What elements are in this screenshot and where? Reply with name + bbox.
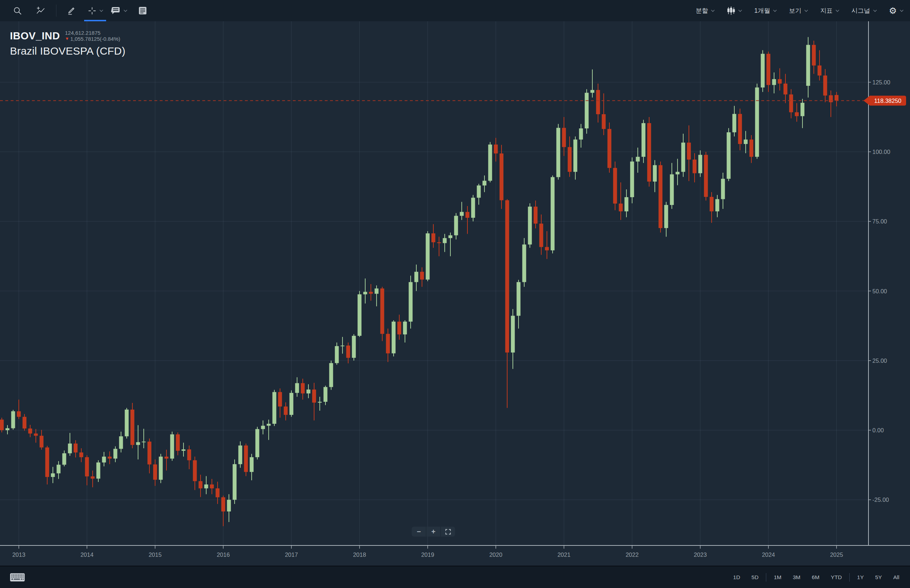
tool-group-left: [0, 0, 154, 21]
menu-signals[interactable]: 시그널: [852, 6, 877, 15]
candlestick-chart-icon: [727, 6, 735, 15]
price-tick-label: 0.00: [873, 427, 884, 433]
range-divider: [766, 573, 766, 582]
annotation-bubble-icon: [110, 6, 121, 16]
candle-2014-09: [131, 403, 134, 448]
zoom-in-button[interactable]: +: [426, 527, 440, 536]
menu-view[interactable]: 보기: [789, 6, 808, 15]
price-tick-label: 50.00: [873, 288, 887, 294]
list-panel-icon: [138, 6, 147, 16]
candle-2015-02: [159, 454, 163, 483]
candle-2022-01: [630, 157, 634, 204]
down-arrow-icon: ▼: [65, 36, 69, 42]
chevron-down-icon: [773, 10, 777, 12]
candle-2021-09: [607, 123, 612, 173]
range-1d[interactable]: 1D: [727, 572, 746, 583]
candle-2018-05: [381, 287, 384, 341]
candle-2021-05: [585, 89, 589, 134]
bottom-toolbar: 1D 5D 1M 3M 6M YTD 1Y 5Y All: [0, 565, 910, 588]
candle-2020-12: [557, 124, 560, 180]
crosshair-tool-button[interactable]: [83, 0, 107, 21]
search-icon: [13, 6, 23, 16]
chart-area[interactable]: 125.00100.0075.0050.0025.000.00-25.00201…: [0, 21, 910, 565]
candle-2021-10: [613, 162, 617, 210]
ticker-change: ▼1,055.78125(-0.84%): [65, 36, 120, 42]
time-tick-label: 2013: [13, 551, 26, 558]
menu-split-label: 분할: [696, 6, 708, 15]
time-tick-label: 2019: [421, 551, 434, 558]
candle-2023-11: [755, 84, 759, 159]
price-tick-label: 100.00: [873, 149, 890, 155]
crosshair-icon: [87, 6, 97, 16]
fullscreen-button[interactable]: [441, 527, 455, 536]
ticker-price-block: 124,612.21875 ▼1,055.78125(-0.84%): [65, 30, 120, 42]
candle-2016-03: [233, 459, 237, 504]
candle-2019-01: [426, 231, 430, 281]
time-tick-label: 2014: [81, 551, 94, 558]
draw-tool-button[interactable]: [60, 0, 83, 21]
candle-2019-12: [488, 142, 492, 183]
keyboard-shortcuts-button[interactable]: [0, 573, 25, 582]
menu-indicators[interactable]: 지표: [820, 6, 839, 15]
candle-2023-06: [727, 128, 731, 181]
chevron-down-icon: [873, 10, 877, 12]
candle-2020-07: [528, 203, 532, 248]
chevron-down-icon: [738, 10, 742, 12]
top-toolbar: 분할 1개월 보기: [0, 0, 910, 21]
range-all[interactable]: All: [887, 572, 905, 583]
compare-symbol-button[interactable]: [29, 0, 52, 21]
time-tick-label: 2017: [285, 551, 298, 558]
time-tick-label: 2025: [830, 551, 843, 558]
menu-settings[interactable]: ⚙: [889, 6, 904, 15]
candle-2017-08: [329, 361, 333, 390]
menu-interval-label: 1개월: [754, 6, 770, 15]
candle-2016-05: [244, 444, 248, 476]
time-tick-label: 2023: [694, 551, 707, 558]
search-button[interactable]: [6, 0, 29, 21]
annotation-tool-button[interactable]: [107, 0, 131, 21]
menu-chart-type[interactable]: [727, 6, 742, 15]
candle-2017-01: [290, 391, 293, 417]
time-tick-label: 2020: [489, 551, 502, 558]
range-5y[interactable]: 5Y: [870, 572, 887, 583]
candle-2023-02: [704, 152, 708, 200]
keyboard-icon: [10, 573, 25, 582]
toolbar-divider: [56, 5, 57, 17]
price-tick-label: 75.00: [873, 218, 887, 225]
time-tick-label: 2018: [353, 551, 366, 558]
zoom-out-button[interactable]: −: [412, 527, 426, 536]
candle-2018-07: [392, 320, 396, 356]
candle-2022-06: [659, 162, 662, 232]
candle-2017-12: [352, 334, 356, 361]
tool-group-right: 분할 1개월 보기: [696, 0, 910, 21]
candle-2018-10: [409, 276, 413, 328]
candle-2014-08: [125, 408, 129, 438]
candle-2020-11: [551, 176, 555, 254]
gear-icon: ⚙: [889, 6, 897, 15]
charting-app: 분할 1개월 보기: [0, 0, 910, 588]
candle-2020-02: [500, 145, 504, 209]
range-1m[interactable]: 1M: [768, 572, 787, 583]
candle-2020-06: [523, 238, 526, 286]
candle-2015-04: [170, 431, 174, 461]
menu-signals-label: 시그널: [852, 6, 870, 15]
menu-split[interactable]: 분할: [696, 6, 715, 15]
candle-2012-12: [11, 410, 15, 430]
range-5d[interactable]: 5D: [746, 572, 764, 583]
range-1y[interactable]: 1Y: [852, 572, 870, 583]
chart-zoom-controls: − +: [412, 527, 455, 536]
time-tick-label: 2024: [762, 551, 775, 558]
panel-list-button[interactable]: [131, 0, 154, 21]
range-6m[interactable]: 6M: [806, 572, 825, 583]
range-3m[interactable]: 3M: [787, 572, 806, 583]
fullscreen-icon: [445, 529, 451, 535]
ticker-change-value: 1,055.78125(-0.84%): [70, 36, 120, 42]
time-tick-label: 2016: [217, 551, 230, 558]
range-ytd[interactable]: YTD: [825, 572, 847, 583]
menu-interval[interactable]: 1개월: [754, 6, 777, 15]
candle-2022-03: [642, 120, 646, 163]
chevron-down-icon: [804, 10, 808, 12]
price-chart[interactable]: 125.00100.0075.0050.0025.000.00-25.00201…: [0, 21, 910, 565]
chevron-down-icon: [900, 10, 904, 12]
candle-2022-04: [648, 117, 651, 187]
